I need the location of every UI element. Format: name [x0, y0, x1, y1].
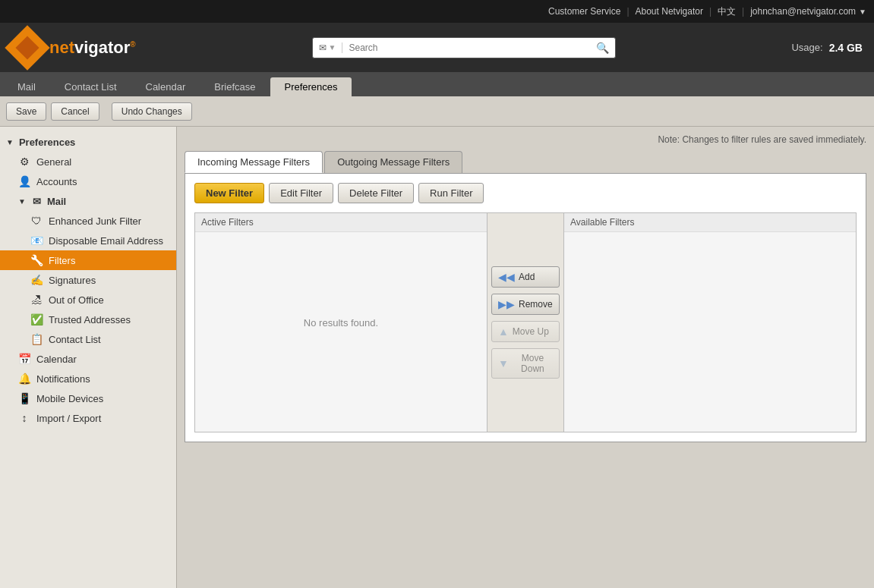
note-text: Note: Changes to filter rules are saved … [185, 134, 866, 145]
edit-filter-button[interactable]: Edit Filter [269, 183, 333, 203]
sidebar-mail-header[interactable]: ▼ ✉ Mail [0, 191, 176, 211]
search-type-dropdown-icon: ▼ [329, 43, 336, 52]
move-down-label: Move Down [513, 353, 553, 374]
sidebar-item-contact-list[interactable]: 📋 Contact List [0, 329, 176, 349]
nav-tabs: Mail Contact List Calendar Briefcase Pre… [0, 72, 874, 96]
search-button[interactable]: 🔍 [590, 42, 615, 54]
main-area: ▼ Preferences ⚙ General 👤 Accounts ▼ ✉ M… [0, 127, 874, 588]
user-email: johnchan@netvigator.com [750, 6, 856, 17]
sidebar: ▼ Preferences ⚙ General 👤 Accounts ▼ ✉ M… [0, 127, 177, 588]
filter-panel: New Filter Edit Filter Delete Filter Run… [185, 173, 866, 442]
customer-service-link[interactable]: Customer Service [548, 6, 620, 17]
add-button[interactable]: ◀◀ Add [491, 266, 560, 288]
logo-text: netvigator® [49, 38, 136, 58]
sidebar-item-filters[interactable]: 🔧 Filters [0, 250, 176, 270]
logo-bar: netvigator® ✉ ▼ 🔍 Usage: 2.4 GB [0, 23, 874, 72]
sidebar-label-disposable-email: Disposable Email Address [49, 235, 163, 247]
sidebar-item-general[interactable]: ⚙ General [0, 152, 176, 171]
remove-label: Remove [519, 299, 553, 310]
sidebar-preferences-header[interactable]: ▼ Preferences [0, 133, 176, 152]
filter-action-buttons: New Filter Edit Filter Delete Filter Run… [194, 183, 857, 203]
delete-filter-button[interactable]: Delete Filter [338, 183, 414, 203]
sidebar-label-enhanced-junk-filter: Enhanced Junk Filter [49, 215, 141, 227]
filter-controls: ◀◀ Add ▶▶ Remove ▲ Move Up ▼ Move Down [487, 212, 563, 432]
usage-display: Usage: 2.4 GB [791, 42, 863, 54]
sidebar-item-enhanced-junk-filter[interactable]: 🛡 Enhanced Junk Filter [0, 211, 176, 231]
general-icon: ⚙ [18, 156, 30, 168]
search-bar: ✉ ▼ 🔍 [312, 37, 616, 58]
notifications-icon: 🔔 [18, 373, 30, 385]
run-filter-button[interactable]: Run Filter [418, 183, 484, 203]
no-results-text: No results found. [304, 317, 378, 329]
import-export-icon: ↕ [18, 412, 30, 424]
logo-text-pre: net [49, 38, 74, 57]
tab-briefcase[interactable]: Briefcase [200, 77, 269, 96]
filter-lists: Active Filters No results found. ◀◀ Add … [194, 212, 857, 432]
sidebar-label-notifications: Notifications [36, 373, 90, 385]
tab-contact-list[interactable]: Contact List [51, 77, 131, 96]
usage-label: Usage: [791, 42, 822, 53]
add-label: Add [519, 272, 535, 282]
cancel-button[interactable]: Cancel [51, 102, 99, 121]
move-up-arrow-icon: ▲ [498, 325, 509, 338]
sidebar-label-trusted-addresses: Trusted Addresses [49, 314, 131, 325]
new-filter-button[interactable]: New Filter [194, 183, 264, 203]
sidebar-item-signatures[interactable]: ✍ Signatures [0, 270, 176, 290]
sidebar-label-contact-list: Contact List [49, 334, 101, 345]
sidebar-item-accounts[interactable]: 👤 Accounts [0, 171, 176, 191]
active-filters-panel: Active Filters No results found. [194, 212, 487, 432]
search-input[interactable] [342, 42, 589, 53]
remove-button[interactable]: ▶▶ Remove [491, 294, 560, 315]
out-of-office-icon: 🏖 [30, 294, 43, 306]
calendar-icon: 📅 [18, 353, 30, 365]
sidebar-label-signatures: Signatures [49, 275, 96, 286]
tab-outgoing-message-filters[interactable]: Outgoing Message Filters [324, 151, 462, 173]
sidebar-item-notifications[interactable]: 🔔 Notifications [0, 369, 176, 388]
sidebar-label-out-of-office: Out of Office [49, 294, 104, 306]
tab-mail[interactable]: Mail [4, 77, 49, 96]
about-link[interactable]: About Netvigator [636, 6, 703, 17]
tab-calendar[interactable]: Calendar [132, 77, 200, 96]
sidebar-label-filters: Filters [49, 255, 75, 266]
move-up-label: Move Up [513, 326, 549, 337]
undo-changes-button[interactable]: Undo Changes [112, 102, 192, 121]
sidebar-label-calendar: Calendar [36, 354, 77, 365]
mail-icon: ✉ [319, 42, 327, 53]
signatures-icon: ✍ [30, 274, 43, 286]
sidebar-label-import-export: Import / Export [36, 413, 101, 424]
move-up-button[interactable]: ▲ Move Up [491, 321, 560, 342]
sidebar-item-disposable-email[interactable]: 📧 Disposable Email Address [0, 231, 176, 250]
move-down-arrow-icon: ▼ [498, 357, 509, 369]
sidebar-item-calendar[interactable]: 📅 Calendar [0, 349, 176, 369]
language-link[interactable]: 中文 [718, 5, 736, 18]
move-down-button[interactable]: ▼ Move Down [491, 348, 560, 379]
filter-tabs: Incoming Message Filters Outgoing Messag… [185, 151, 866, 173]
logo[interactable]: netvigator® [11, 32, 136, 64]
sidebar-label-mobile-devices: Mobile Devices [36, 393, 103, 404]
available-filters-panel: Available Filters [563, 212, 857, 432]
trusted-addresses-icon: ✅ [30, 313, 43, 325]
toolbar: Save Cancel Undo Changes [0, 96, 874, 127]
logo-text-bold: vigator [74, 38, 130, 57]
mobile-devices-icon: 📱 [18, 392, 30, 404]
sidebar-item-out-of-office[interactable]: 🏖 Out of Office [0, 290, 176, 310]
logo-diamond-icon [5, 25, 49, 70]
sidebar-item-trusted-addresses[interactable]: ✅ Trusted Addresses [0, 310, 176, 329]
filters-icon: 🔧 [30, 254, 43, 266]
disposable-email-icon: 📧 [30, 234, 43, 247]
save-button[interactable]: Save [6, 102, 46, 121]
user-menu[interactable]: johnchan@netvigator.com ▼ [750, 6, 866, 17]
mail-section-icon: ✉ [31, 195, 43, 207]
content-panel: Note: Changes to filter rules are saved … [177, 127, 874, 588]
sidebar-item-import-export[interactable]: ↕ Import / Export [0, 408, 176, 428]
top-bar: Customer Service | About Netvigator | 中文… [0, 0, 874, 23]
active-filters-label: Active Filters [195, 213, 487, 232]
accounts-icon: 👤 [18, 175, 30, 187]
tab-preferences[interactable]: Preferences [270, 77, 351, 96]
tab-incoming-message-filters[interactable]: Incoming Message Filters [185, 151, 323, 173]
sidebar-section-label: Preferences [19, 137, 75, 148]
sidebar-item-mobile-devices[interactable]: 📱 Mobile Devices [0, 388, 176, 408]
search-type-selector[interactable]: ✉ ▼ [313, 42, 343, 53]
user-dropdown-icon: ▼ [859, 8, 866, 16]
sidebar-label-accounts: Accounts [36, 176, 77, 187]
